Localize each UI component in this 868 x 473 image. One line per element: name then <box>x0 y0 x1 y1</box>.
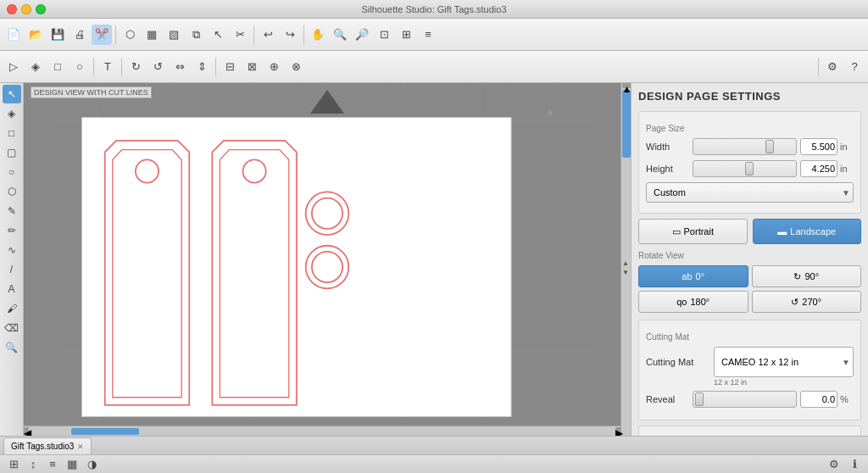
rotate-180-label: 180° <box>690 297 709 307</box>
ellipse-tool[interactable]: ○ <box>70 57 90 77</box>
rotate-0-label: 0° <box>696 271 705 281</box>
align-icon[interactable]: ⊟ <box>220 57 240 77</box>
shape-tool[interactable]: □ <box>47 57 68 77</box>
zoom-out-icon[interactable]: 🔎 <box>352 25 372 45</box>
bezier-tool[interactable]: ∿ <box>3 241 21 259</box>
close-button[interactable] <box>7 4 17 14</box>
rotate-ccw[interactable]: ↺ <box>147 57 168 77</box>
window-controls[interactable] <box>7 4 46 14</box>
select-tool[interactable]: ▷ <box>3 57 24 77</box>
arrow-indicator[interactable] <box>310 90 344 114</box>
group-icon[interactable]: ▦ <box>142 25 162 45</box>
separator2 <box>253 25 254 44</box>
mat-select-wrap: CAMEO 12 x 12 in ▼ <box>714 347 854 377</box>
rotate-180-btn[interactable]: qo 180° <box>638 291 748 313</box>
undo-icon[interactable]: ↩ <box>258 25 278 45</box>
sep4 <box>818 58 819 76</box>
portrait-btn[interactable]: ▭ Portrait <box>638 219 748 244</box>
fit-icon[interactable]: ⊡ <box>374 25 394 45</box>
height-value[interactable] <box>800 160 837 177</box>
tab-gift-tags[interactable]: Gift Tags.studio3 ✕ <box>3 437 92 454</box>
flip-h[interactable]: ⇔ <box>170 57 190 77</box>
open-icon[interactable]: 📂 <box>25 25 46 45</box>
width-value[interactable] <box>800 138 837 155</box>
rotate-cw[interactable]: ↻ <box>125 57 146 77</box>
height-thumb[interactable] <box>745 162 754 175</box>
rotate-270-icon: ↺ <box>791 297 798 308</box>
text-tool[interactable]: A <box>3 280 21 298</box>
pointer-icon[interactable]: ↖ <box>208 25 228 45</box>
text-tool[interactable]: T <box>97 57 118 77</box>
width-thumb[interactable] <box>765 140 774 153</box>
redo-icon[interactable]: ↪ <box>280 25 300 45</box>
distribute-icon[interactable]: ⊠ <box>242 57 262 77</box>
page-up-arrow[interactable]: ▲ <box>622 259 629 267</box>
zoom-in-icon[interactable]: 🔍 <box>330 25 350 45</box>
rotate-270-btn[interactable]: ↺ 270° <box>752 291 862 313</box>
status-settings-icon[interactable]: ⚙ <box>826 456 843 473</box>
mat-select[interactable]: CAMEO 12 x 12 in <box>714 347 854 377</box>
save-icon[interactable]: 💾 <box>47 25 68 45</box>
landscape-btn[interactable]: ▬ Landscape <box>753 219 862 244</box>
canvas-area[interactable]: DESIGN VIEW WITH CUT LINES <box>24 83 631 436</box>
hand-icon[interactable]: ✋ <box>308 25 328 45</box>
rotate-0-icon: ab <box>682 271 692 281</box>
status-info-icon[interactable]: ℹ <box>846 456 863 473</box>
width-row: Width in <box>646 138 854 155</box>
duplicate-icon[interactable]: ⧉ <box>186 25 206 45</box>
width-slider[interactable] <box>693 138 797 155</box>
scroll-thumb[interactable] <box>622 90 631 158</box>
flip-v[interactable]: ⇕ <box>192 57 212 77</box>
status-layers-icon[interactable]: ≡ <box>44 456 61 473</box>
main-layout: ↖ ◈ □ ▢ ○ ⬡ ✎ ✏ ∿ / A 🖌 ⌫ 🔍 DESIGN VIEW … <box>0 83 868 436</box>
weld-icon[interactable]: ⊕ <box>264 57 284 77</box>
paint-tool[interactable]: 🖌 <box>3 299 21 318</box>
status-group-icon[interactable]: ▦ <box>64 456 81 473</box>
bool-icon[interactable]: ⊗ <box>286 57 306 77</box>
cut-icon[interactable]: ✂ <box>230 25 250 45</box>
settings-icon[interactable]: ⚙ <box>822 57 843 77</box>
h-scroll-thumb[interactable] <box>71 428 139 435</box>
new-icon[interactable]: 📄 <box>3 25 24 45</box>
tab-close-icon[interactable]: ✕ <box>77 442 84 451</box>
svg-point-15 <box>243 159 266 182</box>
rect-tool[interactable]: □ <box>3 124 21 142</box>
maximize-button[interactable] <box>36 4 46 14</box>
minimize-button[interactable] <box>21 4 31 14</box>
height-slider[interactable] <box>693 160 797 177</box>
print-icon[interactable]: 🖨 <box>70 25 90 45</box>
ellipse-tool[interactable]: ○ <box>3 163 21 181</box>
ungroup-icon[interactable]: ▧ <box>164 25 184 45</box>
rounded-rect-tool[interactable]: ▢ <box>3 143 21 162</box>
page-type-select[interactable]: Custom Letter A4 <box>646 182 854 203</box>
pointer-tool[interactable]: ↖ <box>3 85 21 103</box>
reveal-slider[interactable] <box>693 391 797 408</box>
scroll-right-arrow[interactable]: ▶ <box>615 427 620 436</box>
status-style-icon[interactable]: ◑ <box>83 456 100 473</box>
rotate-90-btn[interactable]: ↻ 90° <box>752 265 862 287</box>
reveal-thumb[interactable] <box>695 392 704 406</box>
question-icon[interactable]: ? <box>844 57 865 77</box>
polygon-tool[interactable]: ⬡ <box>3 182 21 201</box>
status-grid-icon[interactable]: ⊞ <box>5 456 22 473</box>
pen-tool[interactable]: ✎ <box>3 202 21 220</box>
panel-title: DESIGN PAGE SETTINGS <box>638 90 861 103</box>
scroll-up-arrow[interactable]: ▲ <box>622 83 631 88</box>
width-unit: in <box>840 142 854 152</box>
status-arrow-icon[interactable]: ↕ <box>25 456 42 473</box>
reveal-value[interactable] <box>800 391 837 408</box>
design-icon[interactable]: ✂️ <box>92 25 112 45</box>
trace-icon[interactable]: ⬡ <box>120 25 140 45</box>
horizontal-scrollbar[interactable]: ◀ ▶ <box>24 426 620 436</box>
more-icon[interactable]: ≡ <box>418 25 438 45</box>
node-tool[interactable]: ◈ <box>3 104 21 123</box>
grid-icon[interactable]: ⊞ <box>396 25 416 45</box>
eraser-tool[interactable]: ⌫ <box>3 319 21 337</box>
page-nav-arrows[interactable]: ▲ ▼ <box>620 259 631 276</box>
page-down-arrow[interactable]: ▼ <box>622 269 629 276</box>
rotate-0-btn[interactable]: ab 0° <box>638 265 748 287</box>
pencil-tool[interactable]: ✏ <box>3 221 21 240</box>
line-tool[interactable]: / <box>3 260 21 279</box>
zoom-tool[interactable]: 🔍 <box>3 338 21 357</box>
node-tool[interactable]: ◈ <box>25 57 46 77</box>
